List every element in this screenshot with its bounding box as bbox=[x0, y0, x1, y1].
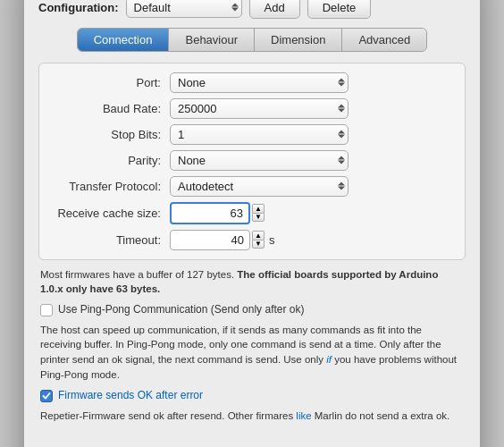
printer-settings-window: Printer settings Configuration: Default … bbox=[24, 0, 480, 447]
stopbits-select-wrap: 1 bbox=[170, 124, 349, 145]
timeout-row: Timeout: ▲ ▼ s bbox=[54, 230, 450, 250]
tab-advanced[interactable]: Advanced bbox=[342, 29, 426, 51]
timeout-stepper-up[interactable]: ▲ bbox=[252, 231, 265, 240]
baud-select[interactable]: 250000 bbox=[170, 98, 349, 119]
config-select-wrap: Default bbox=[126, 0, 242, 18]
tab-bar: Connection Behaviour Dimension Advanced bbox=[77, 28, 428, 52]
port-label: Port: bbox=[54, 76, 170, 89]
add-button[interactable]: Add bbox=[249, 0, 300, 19]
cache-stepper-wrap: ▲ ▼ bbox=[170, 202, 265, 224]
firmware-ok-checkbox-row: Firmware sends OK after error bbox=[38, 389, 466, 403]
firmware-ok-label: Firmware sends OK after error bbox=[58, 389, 203, 403]
delete-button[interactable]: Delete bbox=[307, 0, 372, 19]
pingpong-checkbox[interactable] bbox=[40, 304, 53, 316]
info-text-resend: Repetier-Firmware send ok after resend. … bbox=[38, 409, 466, 423]
port-row: Port: None bbox=[54, 72, 450, 93]
parity-label: Parity: bbox=[54, 154, 170, 167]
protocol-label: Transfer Protocol: bbox=[54, 180, 170, 193]
config-row: Configuration: Default Add Delete bbox=[38, 0, 466, 19]
cache-row: Receive cache size: ▲ ▼ bbox=[54, 202, 450, 224]
cache-stepper-up[interactable]: ▲ bbox=[252, 204, 265, 213]
config-label: Configuration: bbox=[38, 1, 119, 14]
footer: OK Apply Cancel bbox=[24, 441, 480, 447]
timeout-unit: s bbox=[269, 233, 275, 247]
config-select[interactable]: Default bbox=[126, 0, 242, 18]
cache-stepper-buttons: ▲ ▼ bbox=[252, 204, 265, 222]
cache-input[interactable] bbox=[170, 202, 250, 224]
form-section: Port: None Baud Rate: 250000 bbox=[38, 63, 466, 260]
parity-select-wrap: None bbox=[170, 150, 349, 171]
cache-label: Receive cache size: bbox=[54, 207, 170, 220]
timeout-input[interactable] bbox=[170, 230, 250, 250]
timeout-stepper-wrap: ▲ ▼ s bbox=[170, 230, 275, 250]
baud-row: Baud Rate: 250000 bbox=[54, 98, 450, 119]
pingpong-checkbox-row: Use Ping-Pong Communication (Send only a… bbox=[38, 303, 466, 317]
main-content: Configuration: Default Add Delete Connec… bbox=[24, 0, 480, 441]
baud-select-wrap: 250000 bbox=[170, 98, 349, 119]
timeout-stepper-buttons: ▲ ▼ bbox=[252, 231, 265, 249]
tab-connection[interactable]: Connection bbox=[78, 29, 170, 51]
cache-stepper-down[interactable]: ▼ bbox=[252, 213, 265, 222]
firmware-ok-checkbox[interactable] bbox=[40, 390, 53, 402]
timeout-stepper-down[interactable]: ▼ bbox=[252, 240, 265, 249]
port-select-wrap: None bbox=[170, 72, 349, 93]
protocol-row: Transfer Protocol: Autodetect bbox=[54, 176, 450, 197]
tab-behaviour[interactable]: Behaviour bbox=[169, 29, 255, 51]
port-select[interactable]: None bbox=[170, 72, 349, 93]
stopbits-label: Stop Bits: bbox=[54, 128, 170, 141]
protocol-select-wrap: Autodetect bbox=[170, 176, 349, 197]
protocol-select[interactable]: Autodetect bbox=[170, 176, 349, 197]
tab-dimension[interactable]: Dimension bbox=[255, 29, 342, 51]
parity-row: Parity: None bbox=[54, 150, 450, 171]
timeout-label: Timeout: bbox=[54, 233, 170, 247]
pingpong-label: Use Ping-Pong Communication (Send only a… bbox=[58, 303, 304, 317]
info-text-buffer: Most firmwares have a buffer of 127 byte… bbox=[38, 267, 466, 296]
block-text: The host can speed up communication, if … bbox=[38, 323, 466, 383]
stopbits-row: Stop Bits: 1 bbox=[54, 124, 450, 145]
stopbits-select[interactable]: 1 bbox=[170, 124, 349, 145]
parity-select[interactable]: None bbox=[170, 150, 349, 171]
baud-label: Baud Rate: bbox=[54, 102, 170, 115]
